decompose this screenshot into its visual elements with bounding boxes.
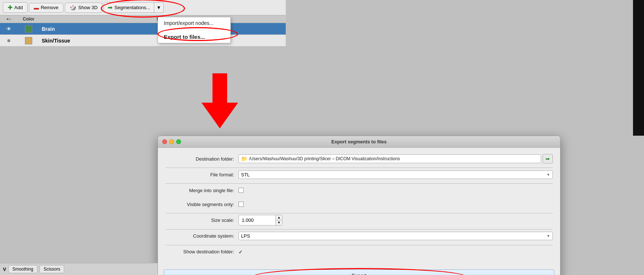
form-separator (165, 183, 553, 184)
segmentations-main-btn[interactable]: ➡ Segmentations... (104, 3, 154, 12)
show-destination-value: ✓ (238, 249, 243, 255)
path-text: /Users/Washuu/Washuu/3D printing/Slicer … (249, 156, 538, 161)
spinbox-arrows: ▲ ▼ (275, 215, 282, 225)
visible-checkbox[interactable] (238, 202, 244, 207)
size-scale-label: Size scale: (165, 217, 238, 223)
bottom-v-label: V (3, 267, 6, 272)
size-scale-spinbox: 1.000 ▲ ▼ (238, 215, 282, 225)
size-scale-value[interactable]: 1.000 (239, 216, 275, 224)
workflow-arrow (201, 73, 238, 128)
path-field: 📁 /Users/Washuu/Washuu/3D printing/Slice… (238, 154, 541, 163)
col-color-header: Color (18, 16, 40, 22)
coordinate-system-control: LPS ▼ (238, 232, 553, 240)
select-arrow-icon: ▼ (547, 234, 550, 238)
col-icons-header: •○ (0, 16, 18, 22)
segmentations-button[interactable]: ➡ Segmentations... ▼ (104, 2, 163, 13)
folder-icon: 📁 (241, 156, 247, 162)
dialog-titlebar: Export segments to files (158, 136, 560, 148)
select-arrow-icon: ▼ (547, 173, 550, 177)
color-swatch (25, 25, 32, 33)
merge-row: Merge into single file: (165, 185, 553, 195)
scissors-label: Scissors (44, 267, 60, 272)
export-label: Export (352, 273, 366, 275)
file-format-row: File format: STL ▼ (165, 169, 553, 180)
merge-label: Merge into single file: (165, 188, 238, 193)
toolbar: ✚ Add ▬ Remove 🎲 Show 3D ➡ Segmentations… (0, 0, 286, 15)
smoothing-label: Smoothing (12, 267, 33, 272)
dropdown-divider (158, 30, 230, 30)
add-label: Add (14, 5, 23, 10)
dropdown-item-import-export[interactable]: Import/export nodes... (158, 17, 230, 29)
merge-control (238, 188, 553, 193)
spinbox-up-button[interactable]: ▲ (276, 215, 282, 220)
export-btn-wrapper: Export (158, 267, 560, 275)
file-format-label: File format: (165, 172, 238, 177)
coordinate-system-select[interactable]: LPS ▼ (238, 232, 553, 240)
titlebar-buttons (162, 139, 181, 144)
segmentations-icon: ➡ (108, 4, 112, 11)
close-button[interactable] (162, 139, 167, 144)
scissors-button[interactable]: Scissors (40, 265, 64, 273)
col-icons-label: •○ (7, 16, 11, 22)
table-row[interactable]: Skin/Tissue (0, 35, 286, 47)
eye-icon[interactable]: 👁 (6, 26, 11, 32)
export-button[interactable]: Export (164, 270, 554, 275)
file-format-select[interactable]: STL ▼ (238, 170, 553, 179)
form-separator (165, 213, 553, 213)
show-destination-control: ✓ (238, 249, 553, 255)
table-header: •○ Color Name (0, 15, 286, 23)
row-color-cell (18, 37, 40, 44)
visible-row: Visible segments only: (165, 199, 553, 209)
file-format-value: STL (241, 172, 250, 177)
show-destination-row: Show destination folder: ✓ (165, 247, 553, 257)
form-separator (165, 229, 553, 230)
add-button[interactable]: ✚ Add (3, 2, 27, 13)
size-scale-control: 1.000 ▲ ▼ (238, 215, 553, 225)
dropdown-arrow-icon: ▼ (156, 5, 161, 10)
show-destination-label: Show destination folder: (165, 249, 238, 254)
add-icon: ✚ (8, 4, 12, 11)
top-section: ✚ Add ▬ Remove 🎲 Show 3D ➡ Segmentations… (0, 0, 286, 47)
arrow-shaft (212, 73, 227, 103)
row-color-cell (18, 25, 40, 33)
show3d-button[interactable]: 🎲 Show 3D (65, 3, 103, 13)
dropdown-menu: Import/export nodes... Export to files..… (158, 17, 231, 43)
export-dialog: Export segments to files Destination fol… (158, 136, 560, 275)
dropdown-item-label: Import/export nodes... (164, 20, 214, 26)
form-separator (165, 245, 553, 245)
file-format-control: STL ▼ (238, 170, 553, 179)
visibility-dot (7, 39, 10, 42)
path-go-button[interactable]: ➡ (543, 154, 553, 164)
dialog-title: Export segments to files (332, 139, 387, 144)
show3d-icon: 🎲 (70, 4, 77, 11)
coordinate-system-label: Coordinate system: (165, 233, 238, 239)
minimize-button[interactable] (169, 139, 174, 144)
form-separator (165, 168, 553, 168)
segmentations-label: Segmentations... (114, 5, 150, 10)
row-icons (0, 39, 18, 42)
visible-control (238, 202, 553, 207)
black-side-bar (633, 0, 644, 136)
remove-icon: ▬ (34, 5, 39, 11)
dialog-body: Destination folder: 📁 /Users/Washuu/Wash… (158, 148, 560, 267)
destination-folder-control: 📁 /Users/Washuu/Washuu/3D printing/Slice… (238, 154, 553, 164)
coordinate-system-row: Coordinate system: LPS ▼ (165, 231, 553, 241)
color-swatch (25, 37, 32, 44)
go-icon: ➡ (545, 156, 550, 162)
size-scale-row: Size scale: 1.000 ▲ ▼ (165, 215, 553, 225)
dropdown-item-export-files[interactable]: Export to files... (158, 31, 230, 43)
show3d-label: Show 3D (78, 5, 98, 10)
smoothing-button[interactable]: Smoothing (8, 265, 37, 273)
visible-label: Visible segments only: (165, 202, 238, 207)
segmentations-dropdown-btn[interactable]: ▼ (154, 3, 163, 12)
maximize-button[interactable] (176, 139, 181, 144)
arrow-head (201, 103, 238, 128)
merge-checkbox[interactable] (238, 188, 244, 193)
bottom-strip: V Smoothing Scissors (0, 263, 158, 275)
remove-button[interactable]: ▬ Remove (29, 3, 63, 12)
spinbox-down-button[interactable]: ▼ (276, 220, 282, 225)
destination-folder-label: Destination folder: (165, 156, 238, 162)
dropdown-item-label: Export to files... (164, 34, 205, 40)
table-row[interactable]: 👁 Brain (0, 23, 286, 35)
destination-folder-row: Destination folder: 📁 /Users/Washuu/Wash… (165, 154, 553, 164)
